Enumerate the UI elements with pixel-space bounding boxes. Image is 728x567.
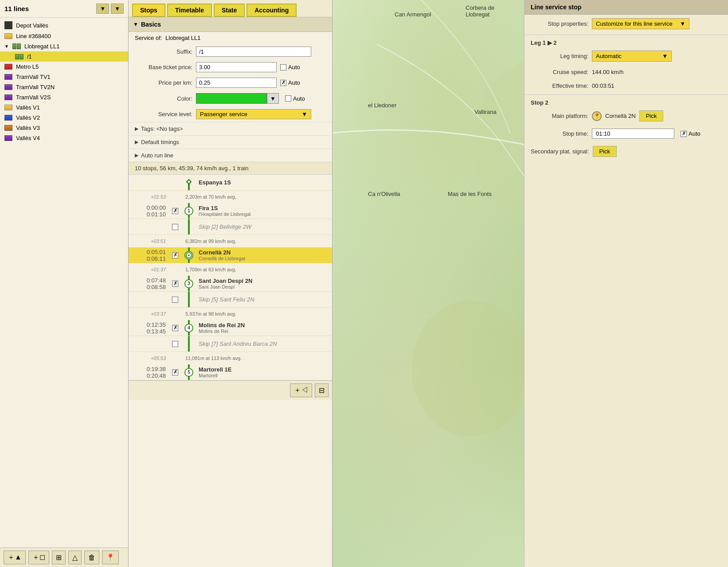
sort-button[interactable]: ▼ bbox=[111, 4, 124, 14]
service-level-value: Passenger service bbox=[200, 111, 247, 117]
line-list: Depot Vallès Line #368400 ▼ Llobregat LL… bbox=[0, 18, 128, 547]
secondary-signal-pick-btn[interactable]: Pick bbox=[593, 146, 617, 157]
stop-time-auto-checkbox[interactable] bbox=[681, 131, 687, 137]
santjoan-stop-circle: 3 bbox=[184, 279, 193, 288]
list-item-tramvallv2s[interactable]: TramVall V2S bbox=[0, 92, 128, 102]
stop-row-santjoan[interactable]: 0:07:48 0:08:58 3 Sant Joan Despí 2N San… bbox=[129, 276, 332, 292]
stop-properties-select[interactable]: Customize for this line service ▼ bbox=[592, 18, 689, 29]
list-item-metro[interactable]: Metro L5 bbox=[0, 62, 128, 72]
stop-skip-santfeliu-info: Skip [5] Sant Feliu 2N bbox=[196, 292, 332, 307]
skip-sandreu-checkbox[interactable] bbox=[172, 341, 178, 347]
main-platform-pick-btn[interactable]: Pick bbox=[639, 110, 664, 121]
pin-button[interactable]: 📍 bbox=[102, 551, 119, 564]
stop-cornella-cb[interactable] bbox=[168, 247, 182, 263]
triangle-button[interactable]: △ bbox=[68, 551, 82, 564]
metro-icon bbox=[4, 64, 12, 70]
list-item-vallesv4[interactable]: Vallès V4 bbox=[0, 133, 128, 143]
metro-label: Metro L5 bbox=[16, 63, 39, 70]
skip-santfeliu-checkbox[interactable] bbox=[172, 297, 178, 303]
list-item-tramvall1[interactable]: TramVall TV1 bbox=[0, 72, 128, 82]
left-panel: 11 lines ▼ ▼ Depot Vallès Line #368400 ▼… bbox=[0, 0, 129, 567]
stop-row-skip-sandreu[interactable]: Skip [7] Sant Andreu Barca 2N bbox=[129, 336, 332, 352]
list-item-llobregat-1[interactable]: /1 bbox=[0, 51, 128, 62]
price-per-km-auto-checkbox[interactable] bbox=[280, 80, 286, 86]
list-item-vallesv2[interactable]: Vallès V2 bbox=[0, 113, 128, 123]
add-waypoint-button[interactable]: ＋▲ bbox=[4, 551, 26, 564]
base-ticket-input[interactable] bbox=[196, 62, 277, 72]
stats-text: 10 stops, 56 km, 45:39, 74 km/h avg., 1 … bbox=[135, 165, 249, 172]
stop-martorell-cb[interactable] bbox=[168, 364, 182, 380]
stop-footer: ＋◁ ⊟ bbox=[129, 380, 332, 400]
auto-run-row[interactable]: ▶ Auto run line bbox=[129, 149, 332, 162]
stop-row-molins[interactable]: 0:12:35 0:13:45 4 Molins de Rei 2N Molin… bbox=[129, 320, 332, 336]
add-stop-footer-btn[interactable]: ＋◁ bbox=[290, 383, 312, 397]
stop-skip-sandreu-cb[interactable] bbox=[168, 336, 182, 352]
vallesv3-icon bbox=[4, 125, 12, 131]
default-timings-row[interactable]: ▶ Default timings bbox=[129, 135, 332, 149]
stop-fira-sub: l'Hospitalet de Llobregat bbox=[199, 211, 329, 217]
tab-stops[interactable]: Stops bbox=[132, 4, 165, 17]
tab-accounting[interactable]: Accounting bbox=[247, 4, 297, 17]
list-item-tramvall2[interactable]: TramVall TV2N bbox=[0, 82, 128, 92]
stop-molins-times: 0:12:35 0:13:45 bbox=[129, 320, 168, 336]
stop-row-fira[interactable]: 0:00:00 0:01:10 1 Fira 1S l'Hospitalet d… bbox=[129, 203, 332, 219]
color-label: Color: bbox=[135, 95, 192, 102]
stop-molins-line: 4 bbox=[182, 320, 196, 336]
tab-timetable[interactable]: Timetable bbox=[167, 4, 212, 17]
stop-skip-bellvitge-info: Skip [2] Bellvitge 2W bbox=[196, 219, 332, 235]
skip-bellvitge-checkbox[interactable] bbox=[172, 224, 178, 230]
filter-button[interactable]: ▼ bbox=[96, 4, 109, 14]
stop-fira-cb[interactable] bbox=[168, 203, 182, 219]
stop-row-skip-santfeliu[interactable]: Skip [5] Sant Feliu 2N bbox=[129, 292, 332, 308]
stop-row-cornella[interactable]: 0:05:01 0:06:11 Cornellà 2 bbox=[129, 247, 332, 263]
stop-santjoan-cb[interactable] bbox=[168, 276, 182, 291]
tags-row[interactable]: ▶ Tags: <No tags> bbox=[129, 122, 332, 135]
stop-espanya-cb-area bbox=[168, 175, 182, 190]
color-auto-checkbox[interactable] bbox=[285, 95, 291, 102]
leg2-time: +03:51 bbox=[129, 239, 168, 244]
add-stop-button[interactable]: ＋◻ bbox=[28, 551, 49, 564]
list-item-vallesv3[interactable]: Vallès V3 bbox=[0, 123, 128, 133]
tab-state[interactable]: State bbox=[214, 4, 245, 17]
price-per-km-input[interactable] bbox=[196, 78, 277, 88]
grid-button[interactable]: ⊞ bbox=[52, 551, 66, 564]
tramvall1-icon bbox=[4, 74, 12, 80]
molins-checkbox[interactable] bbox=[172, 325, 178, 331]
suffix-input[interactable] bbox=[196, 47, 311, 57]
list-item-llobregat[interactable]: ▼ Llobregat LL1 bbox=[0, 41, 128, 51]
stop-properties-label: Stop properties: bbox=[531, 20, 588, 27]
price-per-km-label: Price per km: bbox=[135, 79, 192, 86]
base-ticket-auto-checkbox[interactable] bbox=[280, 64, 286, 70]
list-item-vallesv1[interactable]: Vallès V1 bbox=[0, 102, 128, 113]
line368400-label: Line #368400 bbox=[16, 33, 51, 39]
leg-timing-select[interactable]: Automatic ▼ bbox=[592, 51, 672, 62]
stop-time-input[interactable] bbox=[592, 129, 674, 139]
color-dropdown-btn[interactable]: ▼ bbox=[267, 93, 279, 104]
stop-santjoan-name: Sant Joan Despí 2N bbox=[199, 278, 329, 284]
cornella-checkbox[interactable] bbox=[172, 252, 178, 258]
effective-time-label: Effective time: bbox=[531, 82, 588, 89]
stop-skip-santfeliu-cb[interactable] bbox=[168, 292, 182, 307]
stop-row-skip-bellvitge[interactable]: Skip [2] Bellvitge 2W bbox=[129, 219, 332, 235]
stop-row-espanya[interactable]: Espanya 1S bbox=[129, 175, 332, 191]
fira-checkbox[interactable] bbox=[172, 208, 178, 214]
stop-skip-bellvitge-cb[interactable] bbox=[168, 219, 182, 235]
stop-row-martorell[interactable]: 0:19:38 0:20:48 5 Martorell 1E Martorell bbox=[129, 364, 332, 380]
stop-time-auto: Auto bbox=[681, 130, 701, 137]
edit-stop-footer-btn[interactable]: ⊟ bbox=[315, 383, 329, 397]
stop-espanya-times bbox=[129, 175, 168, 190]
color-box[interactable] bbox=[196, 93, 267, 104]
basics-section-header[interactable]: ▼ Basics bbox=[129, 17, 332, 32]
service-of-label: Service of: Llobregat LL1 bbox=[135, 35, 201, 41]
martorell-checkbox[interactable] bbox=[172, 369, 178, 375]
stop-molins-cb[interactable] bbox=[168, 320, 182, 336]
map-label-vallirana: Vallirana bbox=[474, 109, 497, 115]
leg-timing-label: Leg timing: bbox=[531, 53, 588, 59]
service-level-select[interactable]: Passenger service ▼ bbox=[196, 109, 311, 119]
santjoan-checkbox[interactable] bbox=[172, 281, 178, 287]
stop-molins-info: Molins de Rei 2N Molins de Rei bbox=[196, 320, 332, 336]
list-item-depot[interactable]: Depot Vallès bbox=[0, 20, 128, 31]
delete-button[interactable]: 🗑 bbox=[84, 551, 99, 564]
list-item-line368400[interactable]: Line #368400 bbox=[0, 31, 128, 41]
stop-skip-bellvitge-line bbox=[182, 219, 196, 235]
